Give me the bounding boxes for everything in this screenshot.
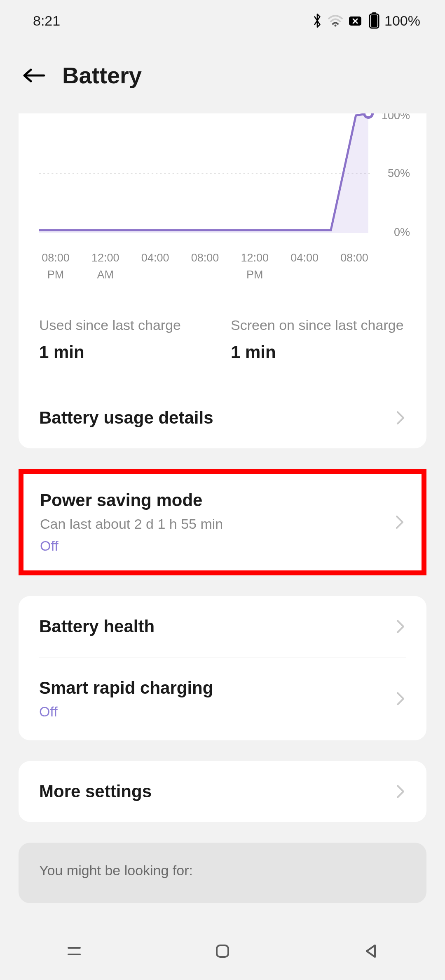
used-since-charge-label: Used since last charge [39, 316, 214, 335]
smart-rapid-title: Smart rapid charging [39, 678, 387, 698]
x-axis-labels: 08:00PM 12:00AM 04:00 08:00 12:00PM 04:0… [39, 237, 406, 299]
smart-rapid-status: Off [39, 704, 387, 720]
battery-chart-card: 100% 50% 0% 08:00PM 12:00AM 04:00 08:00 … [19, 113, 426, 448]
status-time: 8:21 [33, 13, 60, 29]
home-icon[interactable] [213, 941, 232, 961]
back-icon[interactable] [23, 67, 46, 84]
svg-rect-9 [217, 945, 228, 957]
y-label-0: 0% [394, 226, 410, 239]
page-title: Battery [62, 62, 142, 89]
bluetooth-icon [312, 13, 323, 28]
chevron-right-icon [395, 618, 406, 635]
suggestion-banner: You might be looking for: [19, 843, 426, 903]
svg-point-6 [364, 113, 372, 118]
power-saving-mode-item[interactable]: Power saving mode Can last about 2 d 1 h… [40, 486, 405, 558]
recents-icon[interactable] [64, 941, 84, 961]
chevron-right-icon [395, 783, 406, 800]
battery-usage-details-title: Battery usage details [39, 408, 387, 428]
header: Battery [0, 41, 445, 113]
chevron-right-icon [395, 410, 406, 426]
more-settings-title: More settings [39, 782, 387, 801]
svg-rect-4 [371, 15, 377, 27]
smart-rapid-charging-item[interactable]: Smart rapid charging Off [39, 657, 406, 740]
svg-point-0 [335, 25, 337, 27]
battery-health-item[interactable]: Battery health [39, 596, 406, 657]
y-label-100: 100% [382, 113, 410, 122]
chevron-right-icon [395, 690, 406, 707]
battery-percentage: 100% [384, 13, 420, 29]
wifi-icon [328, 14, 343, 27]
status-icons: 100% [312, 12, 420, 29]
battery-health-card: Battery health Smart rapid charging Off [19, 596, 426, 740]
used-since-charge-value: 1 min [39, 342, 214, 362]
battery-icon [369, 12, 379, 29]
battery-chart: 100% 50% 0% [39, 113, 406, 237]
battery-usage-details-item[interactable]: Battery usage details [39, 387, 406, 448]
more-settings-card: More settings [19, 761, 426, 822]
no-signal-icon [348, 14, 364, 27]
status-bar: 8:21 100% [0, 0, 445, 41]
usage-summary: Used since last charge 1 min Screen on s… [39, 299, 406, 387]
navigation-bar [0, 922, 445, 980]
power-saving-card: Power saving mode Can last about 2 d 1 h… [19, 469, 426, 575]
y-label-50: 50% [388, 167, 410, 180]
power-saving-status: Off [40, 538, 386, 554]
screen-on-label: Screen on since last charge [231, 316, 406, 335]
battery-health-title: Battery health [39, 617, 387, 636]
more-settings-item[interactable]: More settings [39, 761, 406, 822]
chevron-right-icon [394, 514, 405, 530]
screen-on-value: 1 min [231, 342, 406, 362]
power-saving-title: Power saving mode [40, 490, 386, 510]
power-saving-sub: Can last about 2 d 1 h 55 min [40, 516, 386, 532]
back-nav-icon[interactable] [361, 941, 381, 961]
